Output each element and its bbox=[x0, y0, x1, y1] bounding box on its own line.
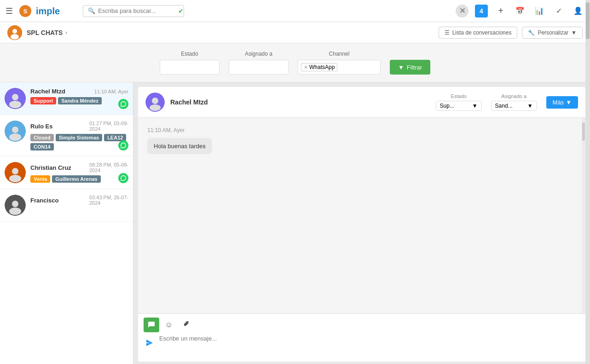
plus-icon[interactable]: + bbox=[494, 5, 507, 17]
estado-chevron-icon: ▼ bbox=[472, 103, 478, 109]
chevron-down-icon: ▼ bbox=[571, 29, 577, 36]
asignado-chevron-icon: ▼ bbox=[527, 103, 533, 109]
search-icon: 🔍 bbox=[88, 7, 95, 14]
search-input[interactable] bbox=[98, 7, 175, 14]
svg-point-5 bbox=[11, 34, 19, 40]
chat-area: Rachel Mtzd Estado Sup... ▼ Asignado a S… bbox=[138, 87, 585, 362]
message-timestamp: 11:10 AM, Ayer bbox=[147, 127, 576, 133]
message-tool-button[interactable] bbox=[144, 318, 159, 332]
conv-time: 03:43 PM, 26-07-2024 bbox=[89, 195, 128, 206]
svg-point-10 bbox=[12, 127, 18, 133]
attach-tool-button[interactable] bbox=[179, 318, 194, 332]
contact-name: Rachel Mtzd bbox=[30, 88, 65, 95]
list-item[interactable]: Christian Cruz 08:28 PM, 05-08-2024 Vent… bbox=[0, 156, 133, 189]
list-item[interactable]: Francisco 03:43 PM, 26-07-2024 bbox=[0, 189, 133, 222]
filter-bar: Estado Asignado a Channel ✕ WhatsApp ▼ F… bbox=[0, 43, 590, 82]
page-scrollbar[interactable] bbox=[585, 0, 590, 364]
channel-x-icon[interactable]: ✕ bbox=[304, 64, 308, 70]
chat-input-area: ☺ bbox=[138, 313, 585, 362]
conversation-info: Christian Cruz 08:28 PM, 05-08-2024 Vent… bbox=[30, 162, 128, 183]
contact-name: Francisco bbox=[30, 197, 58, 204]
mas-button[interactable]: Más ▼ bbox=[546, 96, 578, 109]
mas-label: Más bbox=[553, 99, 564, 106]
mas-chevron-icon: ▼ bbox=[566, 99, 572, 106]
filter-button[interactable]: ▼ Filtrar bbox=[390, 60, 430, 75]
subheader-actions: ☰ Lista de conversaciones 🔧 Personalizar… bbox=[439, 27, 583, 39]
navbar: ☰ S imple 🔍 ✔ ✕ 4 + 📅 📊 ✓ 👤 bbox=[0, 0, 590, 22]
messages-scrollbar[interactable] bbox=[582, 118, 585, 313]
conv-tags: Closed Simple Sistemas LEA12 CON14 bbox=[30, 134, 128, 150]
message-bubble: Hola buenas tardes bbox=[147, 138, 212, 154]
channel-tag: ✕ WhatsApp bbox=[301, 63, 337, 71]
page-scrollbar-thumb bbox=[586, 2, 590, 39]
svg-point-7 bbox=[12, 94, 18, 100]
list-item[interactable]: Rulo Es 01:27 PM, 03-09-2024 Closed Simp… bbox=[0, 115, 133, 156]
chat-contact-name: Rachel Mtzd bbox=[170, 98, 430, 106]
send-button[interactable] bbox=[144, 337, 156, 351]
filter-channel-group: Channel ✕ WhatsApp bbox=[298, 51, 381, 75]
svg-point-20 bbox=[150, 104, 161, 111]
conv-time: 11:10 AM, Ayer bbox=[94, 89, 128, 94]
personalizar-button[interactable]: 🔧 Personalizar ▼ bbox=[522, 27, 583, 39]
filter-icon: ▼ bbox=[398, 64, 404, 71]
search-confirm-icon: ✔ bbox=[178, 7, 184, 15]
tag-person: Sandra Méndez bbox=[58, 97, 102, 104]
x-icon[interactable]: ✕ bbox=[456, 5, 469, 17]
tag-company: Simple Sistemas bbox=[56, 134, 102, 141]
svg-point-16 bbox=[12, 201, 18, 207]
search-bar[interactable]: 🔍 ✔ bbox=[83, 5, 184, 17]
page-title: SPL CHATS bbox=[27, 29, 63, 36]
wrench-icon: 🔧 bbox=[528, 29, 535, 36]
emoji-tool-button[interactable]: ☺ bbox=[161, 318, 177, 332]
tag-support: Support bbox=[30, 97, 56, 104]
conv-time: 08:28 PM, 05-08-2024 bbox=[89, 162, 128, 173]
filter-estado-group: Estado bbox=[160, 51, 220, 75]
chat-messages: 11:10 AM, Ayer Hola buenas tardes bbox=[138, 118, 585, 313]
channel-input[interactable]: ✕ WhatsApp bbox=[298, 60, 381, 75]
asignado-select[interactable]: Sand... ▼ bbox=[491, 101, 537, 111]
list-item[interactable]: Rachel Mtzd 11:10 AM, Ayer Support Sandr… bbox=[0, 82, 133, 115]
contact-name: Rulo Es bbox=[30, 123, 52, 130]
user-icon[interactable]: 👤 bbox=[572, 5, 584, 17]
contact-name: Christian Cruz bbox=[30, 164, 71, 171]
check-icon[interactable]: ✓ bbox=[552, 5, 565, 17]
chat-input-row bbox=[144, 335, 580, 358]
svg-text:S: S bbox=[23, 8, 28, 15]
estado-select[interactable]: Sup... ▼ bbox=[436, 101, 482, 111]
svg-point-14 bbox=[9, 175, 21, 182]
whatsapp-icon bbox=[118, 99, 128, 109]
svg-point-13 bbox=[12, 168, 18, 174]
main-area: Rachel Mtzd 11:10 AM, Ayer Support Sandr… bbox=[0, 82, 590, 364]
navbar-icons: ✕ 4 + 📅 📊 ✓ 👤 bbox=[456, 5, 584, 17]
svg-point-4 bbox=[12, 29, 17, 34]
subheader: SPL CHATS › ☰ Lista de conversaciones 🔧 … bbox=[0, 22, 590, 43]
asignado-field-label: Asignado a bbox=[501, 93, 526, 99]
tag-con14: CON14 bbox=[30, 143, 54, 150]
asignado-field-group: Asignado a Sand... ▼ bbox=[491, 93, 537, 111]
estado-select-value: Sup... bbox=[440, 103, 454, 109]
conversation-info: Francisco 03:43 PM, 26-07-2024 bbox=[30, 195, 128, 207]
conv-time: 01:27 PM, 03-09-2024 bbox=[89, 121, 128, 132]
calendar-icon[interactable]: 📅 bbox=[514, 5, 526, 17]
svg-point-8 bbox=[9, 101, 21, 108]
conversation-list: Rachel Mtzd 11:10 AM, Ayer Support Sandr… bbox=[0, 82, 133, 364]
channel-label: Channel bbox=[298, 51, 381, 57]
chat-input-toolbar: ☺ bbox=[144, 318, 580, 332]
chart-icon[interactable]: 📊 bbox=[533, 5, 546, 17]
conv-header-row: Christian Cruz 08:28 PM, 05-08-2024 bbox=[30, 162, 128, 173]
estado-field-label: Estado bbox=[451, 93, 466, 99]
list-conversations-button[interactable]: ☰ Lista de conversaciones bbox=[439, 27, 518, 39]
estado-input[interactable] bbox=[160, 60, 220, 75]
hamburger-icon[interactable]: ☰ bbox=[6, 6, 13, 16]
avatar bbox=[5, 195, 26, 216]
message-input[interactable] bbox=[159, 335, 580, 358]
avatar bbox=[5, 88, 26, 109]
avatar bbox=[5, 162, 26, 183]
chat-header: Rachel Mtzd Estado Sup... ▼ Asignado a S… bbox=[138, 87, 585, 118]
asignado-input[interactable] bbox=[229, 60, 289, 75]
tag-closed: Closed bbox=[30, 134, 54, 141]
estado-field-group: Estado Sup... ▼ bbox=[436, 93, 482, 111]
asignado-select-value: Sand... bbox=[495, 103, 513, 109]
conv-tags: Venta Guillermo Arenas bbox=[30, 175, 128, 183]
number-badge-icon[interactable]: 4 bbox=[475, 5, 488, 17]
